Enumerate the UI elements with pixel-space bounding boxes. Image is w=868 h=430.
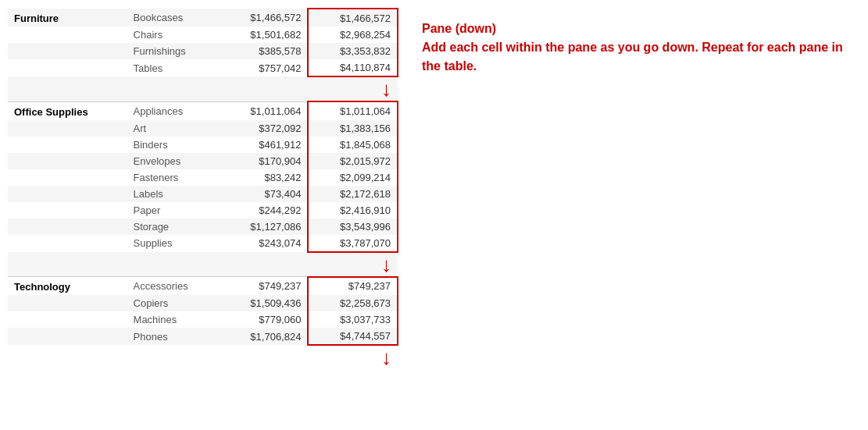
value-cell: $244,292	[220, 202, 308, 219]
subcategory-cell: Tables	[127, 59, 220, 76]
running-total-cell: $749,237	[308, 277, 398, 296]
subcategory-cell: Paper	[127, 202, 220, 219]
subcategory-cell: Appliances	[127, 101, 220, 120]
value-cell: $73,404	[220, 186, 308, 202]
category-cell	[8, 169, 127, 186]
value-cell: $372,092	[220, 120, 308, 137]
value-cell: $461,912	[220, 137, 308, 153]
annotation-text: Pane (down)Add each cell within the pane…	[422, 20, 852, 76]
category-cell	[8, 235, 127, 252]
running-total-cell: $3,037,733	[308, 311, 398, 328]
subcategory-cell: Labels	[127, 186, 220, 202]
value-cell: $1,466,572	[220, 9, 308, 27]
running-total-cell: $4,110,874	[308, 59, 398, 76]
category-cell	[8, 186, 127, 202]
subcategory-cell: Chairs	[127, 27, 220, 43]
category-cell	[8, 120, 127, 137]
category-cell	[8, 59, 127, 76]
subcategory-cell: Envelopes	[127, 153, 220, 169]
running-total-cell: $1,383,156	[308, 120, 398, 137]
running-total-cell: $2,968,254	[308, 27, 398, 43]
value-cell: $1,706,824	[220, 328, 308, 345]
arrow-cell: ↓	[8, 252, 398, 277]
running-total-cell: $2,099,214	[308, 169, 398, 186]
category-cell	[8, 137, 127, 153]
running-total-cell: $3,787,070	[308, 235, 398, 252]
running-total-cell: $2,416,910	[308, 202, 398, 219]
category-cell	[8, 328, 127, 345]
down-arrow-icon: ↓	[381, 79, 391, 99]
final-arrow-row: ↓	[8, 345, 398, 369]
subcategory-cell: Phones	[127, 328, 220, 345]
category-cell: Technology	[8, 277, 127, 296]
value-cell: $779,060	[220, 311, 308, 328]
running-total-cell: $2,172,618	[308, 186, 398, 202]
running-total-cell: $2,258,673	[308, 295, 398, 311]
value-cell: $1,509,436	[220, 295, 308, 311]
subcategory-cell: Supplies	[127, 235, 220, 252]
value-cell: $243,074	[220, 235, 308, 252]
arrow-row: ↓	[8, 76, 398, 101]
table-wrapper: FurnitureBookcases$1,466,572$1,466,572Ch…	[8, 8, 398, 369]
main-container: FurnitureBookcases$1,466,572$1,466,572Ch…	[8, 8, 860, 369]
running-total-cell: $1,011,064	[308, 101, 398, 120]
category-cell	[8, 153, 127, 169]
running-total-cell: $1,466,572	[308, 9, 398, 27]
subcategory-cell: Copiers	[127, 295, 220, 311]
subcategory-cell: Machines	[127, 311, 220, 328]
value-cell: $1,501,682	[220, 27, 308, 43]
running-total-cell: $3,353,832	[308, 43, 398, 59]
arrow-cell: ↓	[8, 76, 398, 101]
subcategory-cell: Storage	[127, 219, 220, 235]
value-cell: $1,011,064	[220, 101, 308, 120]
final-arrow-cell: ↓	[8, 345, 398, 369]
category-cell: Office Supplies	[8, 101, 127, 120]
running-total-cell: $3,543,996	[308, 219, 398, 235]
value-cell: $83,242	[220, 169, 308, 186]
value-cell: $385,578	[220, 43, 308, 59]
category-cell	[8, 27, 127, 43]
category-cell: Furniture	[8, 9, 127, 27]
value-cell: $757,042	[220, 59, 308, 76]
arrow-row: ↓	[8, 252, 398, 277]
category-cell	[8, 295, 127, 311]
annotation-panel: Pane (down)Add each cell within the pane…	[414, 8, 860, 87]
down-arrow-icon: ↓	[381, 254, 391, 275]
category-cell	[8, 311, 127, 328]
subcategory-cell: Art	[127, 120, 220, 137]
subcategory-cell: Accessories	[127, 277, 220, 296]
value-cell: $749,237	[220, 277, 308, 296]
subcategory-cell: Furnishings	[127, 43, 220, 59]
running-total-cell: $4,744,557	[308, 328, 398, 345]
subcategory-cell: Fasteners	[127, 169, 220, 186]
category-cell	[8, 219, 127, 235]
running-total-cell: $1,845,068	[308, 137, 398, 153]
value-cell: $170,904	[220, 153, 308, 169]
category-cell	[8, 43, 127, 59]
value-cell: $1,127,086	[220, 219, 308, 235]
subcategory-cell: Binders	[127, 137, 220, 153]
category-cell	[8, 202, 127, 219]
subcategory-cell: Bookcases	[127, 9, 220, 27]
down-arrow-icon: ↓	[381, 347, 391, 368]
running-total-cell: $2,015,972	[308, 153, 398, 169]
data-table: FurnitureBookcases$1,466,572$1,466,572Ch…	[8, 8, 398, 369]
